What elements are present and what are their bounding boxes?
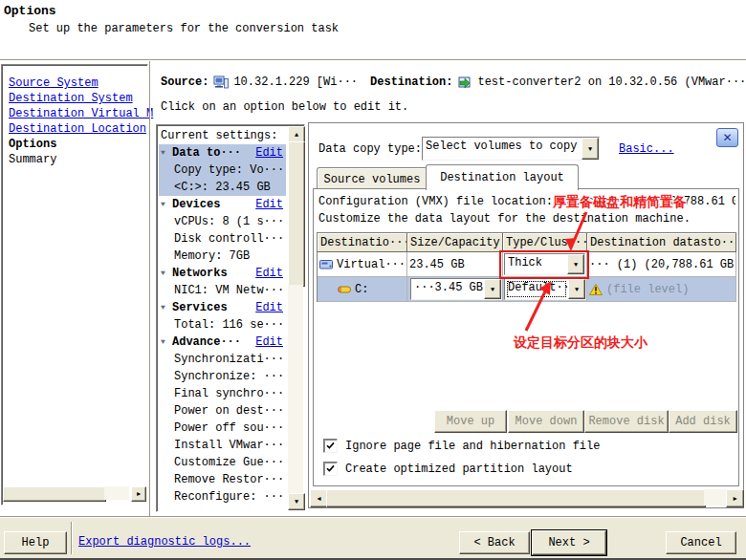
settings-item: Customize Gue··· [159, 454, 286, 471]
settings-item: Synchronize: ··· [159, 368, 286, 385]
next-button-default-ring: Next > [531, 529, 607, 556]
chevron-down-icon[interactable]: ▼ [581, 138, 599, 160]
ignore-pagefile-checkbox[interactable] [323, 439, 338, 453]
disk-type-dropdown[interactable]: Thick ▼ [504, 253, 585, 275]
nav-main-separator [149, 61, 151, 516]
settings-group-networks[interactable]: ▼ Networks Edit [159, 265, 286, 282]
settings-item: Power on dest··· [159, 402, 286, 420]
footer-divider [71, 522, 73, 554]
scrollbar-track[interactable] [704, 489, 726, 506]
basic-link[interactable]: Basic... [619, 142, 674, 156]
settings-group-services[interactable]: ▼ Services Edit [159, 299, 286, 316]
chevron-down-icon[interactable]: ▼ [484, 279, 501, 299]
move-down-button[interactable]: Move down [508, 410, 584, 433]
destination-layout-table: Destinatio··· Size/Capacity Type/Clus···… [317, 232, 736, 302]
settings-item: Install VMwar··· [159, 437, 286, 454]
nav-panel: Source System Destination System Destina… [1, 64, 148, 506]
data-copy-panel: ✕ Data copy type: Select volumes to copy… [308, 122, 744, 508]
scrollbar-thumb[interactable] [288, 141, 305, 287]
settings-item: NIC1: VM Netw··· [159, 282, 286, 299]
edit-advanced-link[interactable]: Edit [255, 334, 283, 351]
table-cell-disk-datastore: ··· (1) (20,788.61 GB) [587, 252, 736, 277]
move-up-button[interactable]: Move up [434, 410, 507, 433]
page-subtitle: Set up the parameters for the conversion… [29, 22, 339, 35]
settings-item: vCPUs: 8 (1 s··· [159, 213, 286, 230]
settings-item: Memory: 7GB [159, 248, 286, 265]
scrollbar-thumb[interactable] [326, 489, 706, 507]
scrollbar-track[interactable] [104, 486, 129, 500]
source-computer-icon [213, 75, 229, 89]
export-diagnostic-logs-link[interactable]: Export diagnostic logs... [78, 535, 251, 549]
collapse-triangle-icon[interactable]: ▼ [161, 144, 172, 162]
settings-item: Remove Restor··· [159, 471, 286, 488]
scrollbar-thumb[interactable] [3, 486, 106, 502]
ignore-pagefile-row: Ignore page file and hibernation file [323, 439, 600, 453]
footer-bar: Help Export diagnostic logs... < Back Ne… [0, 518, 746, 558]
chevron-down-icon[interactable]: ▼ [568, 279, 585, 299]
next-button[interactable]: Next > [532, 530, 606, 555]
scroll-down-icon[interactable]: ▼ [288, 493, 305, 510]
chevron-down-icon[interactable]: ▼ [567, 254, 584, 274]
close-panel-button[interactable]: ✕ [716, 128, 738, 147]
table-row-partition-name[interactable]: C: [318, 277, 407, 302]
column-header-destination[interactable]: Destinatio··· [318, 233, 407, 252]
settings-item: Copy type: Vo··· [159, 162, 286, 179]
edit-networks-link[interactable]: Edit [255, 265, 283, 282]
collapse-triangle-icon[interactable]: ▼ [161, 334, 172, 351]
partition-size-dropdown[interactable]: ···3.45 GB) ▼ [410, 278, 502, 300]
column-header-size-capacity[interactable]: Size/Capacity [407, 233, 503, 252]
nav-horizontal-scrollbar[interactable]: ► [3, 486, 144, 500]
settings-group-devices[interactable]: ▼ Devices Edit [159, 196, 286, 213]
destination-label: Destination: [370, 75, 452, 89]
data-copy-type-label: Data copy type: [318, 142, 422, 156]
hint-text: Click on an option below to edit it. [161, 100, 408, 114]
column-header-type-cluster[interactable]: Type/Clus··· [503, 233, 587, 252]
settings-item: Power off sou··· [159, 420, 286, 437]
settings-item: Total: 116 se··· [159, 316, 286, 334]
edit-services-link[interactable]: Edit [255, 299, 283, 316]
settings-group-data-to-copy[interactable]: ▼ Data to··· Edit [159, 144, 286, 162]
column-header-destination-datastore[interactable]: Destination datasto··· [587, 233, 736, 252]
settings-title: Current settings: [159, 127, 286, 144]
destination-vm-icon [457, 75, 472, 89]
close-icon: ✕ [722, 131, 732, 144]
source-value: 10.32.1.229 [Wi··· [233, 75, 358, 89]
back-button[interactable]: < Back [459, 531, 530, 554]
settings-vertical-scrollbar[interactable]: ▲ ▼ [288, 126, 303, 508]
nav-current-options: Options [9, 137, 56, 152]
table-cell-disk-type: Thick ▼ [503, 252, 587, 277]
source-label: Source: [161, 75, 208, 89]
collapse-triangle-icon[interactable]: ▼ [161, 265, 172, 282]
table-cell-disk-size: 23.45 GB [407, 252, 503, 277]
annotation-block-size-note: 设定目标分区的块大小 [514, 334, 647, 352]
settings-group-advanced[interactable]: ▼ Advance··· Edit [159, 334, 286, 351]
nav-link-destination-system[interactable]: Destination System [9, 91, 133, 106]
scroll-right-icon[interactable]: ► [726, 489, 744, 507]
data-copy-type-dropdown[interactable]: Select volumes to copy ▼ [422, 137, 600, 161]
nav-link-destination-virtual-machine[interactable]: Destination Virtual M [9, 106, 153, 121]
wizard-header: Options Set up the parameters for the co… [0, 0, 746, 59]
table-row-disk-name[interactable]: Virtual··· [318, 252, 407, 277]
add-disk-button[interactable]: Add disk [669, 410, 737, 433]
panel-horizontal-scrollbar[interactable]: ◄ ► [310, 489, 742, 506]
collapse-triangle-icon[interactable]: ▼ [161, 299, 172, 316]
settings-item: Disk controll··· [159, 230, 286, 248]
edit-data-link[interactable]: Edit [255, 144, 283, 162]
nav-link-destination-location[interactable]: Destination Location [9, 121, 146, 137]
table-cell-partition-datastore: (file level) [587, 277, 736, 302]
remove-disk-button[interactable]: Remove disk [584, 410, 669, 433]
tab-destination-layout[interactable]: Destination layout [426, 164, 579, 190]
collapse-triangle-icon[interactable]: ▼ [161, 196, 172, 213]
optimized-partition-checkbox[interactable] [323, 462, 338, 476]
help-button[interactable]: Help [4, 531, 67, 554]
cancel-button[interactable]: Cancel [666, 531, 736, 554]
edit-devices-link[interactable]: Edit [255, 196, 283, 213]
current-settings-panel: Current settings: ▼ Data to··· Edit Copy… [156, 124, 305, 512]
nav-link-source-system[interactable]: Source System [9, 75, 99, 91]
settings-item: <C:>: 23.45 GB [159, 179, 286, 196]
scroll-right-icon[interactable]: ► [131, 486, 146, 502]
cluster-size-dropdown[interactable]: Default··· ▼ [504, 278, 586, 300]
scrollbar-track[interactable] [288, 285, 303, 493]
tab-source-volumes[interactable]: Source volumes [317, 167, 428, 190]
page-title: Options [4, 4, 56, 18]
